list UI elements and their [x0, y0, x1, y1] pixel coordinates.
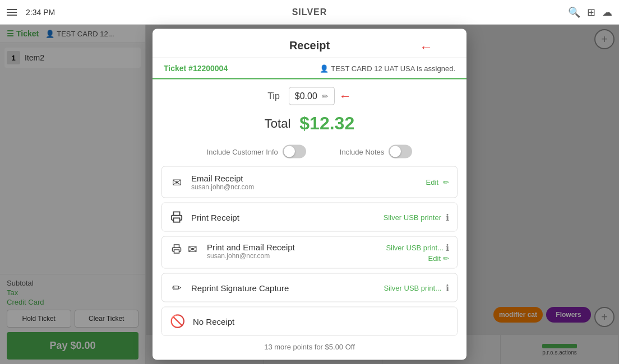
- include-customer-label: Include Customer Info: [207, 147, 278, 156]
- print-email-title: Print and Email Receipt: [207, 242, 378, 252]
- print-info-icon[interactable]: ℹ: [446, 212, 449, 222]
- cloud-icon: ☁: [602, 6, 612, 18]
- main-content: ☰ Ticket 👤 TEST CARD 12... 1 Item2 Subto…: [0, 25, 619, 364]
- include-notes-toggle[interactable]: [389, 145, 412, 158]
- reprint-printer-label: Silver USB print...: [384, 283, 441, 292]
- print-email-printer-row: Silver USB print... ℹ: [386, 242, 449, 253]
- tip-edit-icon[interactable]: ✏: [322, 92, 329, 101]
- email-icon: ✉: [170, 175, 183, 189]
- print-receipt-option[interactable]: Print Receipt Silver USB printer ℹ: [161, 203, 458, 232]
- email-receipt-title: Email Receipt: [191, 174, 418, 183]
- title-arrow: ←: [419, 39, 433, 55]
- email-edit-label: Edit: [426, 178, 438, 186]
- grid-icon[interactable]: ⊞: [587, 6, 595, 18]
- reprint-text: Reprint Signature Capture: [191, 283, 376, 292]
- print-receipt-text: Print Receipt: [191, 212, 376, 222]
- reprint-title: Reprint Signature Capture: [191, 283, 376, 292]
- no-receipt-text: No Receipt: [193, 316, 449, 326]
- include-notes-toggle-item: Include Notes: [340, 145, 413, 158]
- print-email-info-icon[interactable]: ℹ: [446, 242, 449, 253]
- include-notes-label: Include Notes: [340, 147, 385, 156]
- print-email-icons: ✉: [170, 242, 199, 256]
- app-logo: SILVER: [292, 7, 327, 17]
- search-icon[interactable]: 🔍: [568, 6, 580, 18]
- total-amount: $12.32: [299, 113, 354, 134]
- current-time: 2:34 PM: [26, 8, 55, 17]
- no-receipt-title: No Receipt: [193, 316, 449, 326]
- tip-row: Tip $0.00 ✏ ←: [153, 80, 466, 109]
- email-receipt-option[interactable]: ✉ Email Receipt susan.john@ncr.com Edit …: [161, 166, 458, 198]
- print-email-right: Silver USB print... ℹ Edit ✏: [386, 242, 449, 263]
- print-email-printer-label: Silver USB print...: [386, 244, 444, 252]
- ticket-number: Ticket #12200004: [164, 64, 228, 73]
- receipt-modal: Receipt ← Ticket #12200004 👤 TEST CARD 1…: [153, 29, 466, 360]
- reprint-right: Silver USB print... ℹ: [384, 282, 449, 293]
- modal-title: Receipt: [289, 39, 330, 52]
- person-icon: 👤: [320, 64, 329, 72]
- email-receipt-text: Email Receipt susan.john@ncr.com: [191, 174, 418, 191]
- total-row: Total $12.32: [153, 109, 466, 142]
- print-email-print-icon: [170, 242, 183, 256]
- tip-value: $0.00: [295, 91, 317, 101]
- print-printer-label: Silver USB printer: [384, 213, 441, 221]
- email-edit-icon[interactable]: ✏: [443, 178, 449, 186]
- svg-rect-0: [174, 218, 180, 222]
- no-receipt-icon: 🚫: [170, 314, 185, 329]
- tip-arrow: ←: [339, 89, 352, 104]
- print-email-edit-row: Edit ✏: [428, 254, 449, 263]
- tip-input[interactable]: $0.00 ✏: [289, 87, 335, 105]
- points-text: 13 more points for $5.00 Off: [264, 343, 355, 351]
- print-icon: [170, 211, 183, 223]
- modal-header: Receipt ←: [153, 29, 466, 58]
- reprint-signature-option[interactable]: ✏ Reprint Signature Capture Silver USB p…: [161, 273, 458, 302]
- reprint-info-icon[interactable]: ℹ: [446, 282, 449, 293]
- toggles-row: Include Customer Info Include Notes: [153, 142, 466, 166]
- include-customer-toggle[interactable]: [283, 145, 306, 158]
- email-receipt-subtitle: susan.john@ncr.com: [191, 183, 418, 191]
- ticket-info-row: Ticket #12200004 👤 TEST CARD 12 UAT USA …: [153, 58, 466, 80]
- ticket-assigned: 👤 TEST CARD 12 UAT USA is assigned.: [320, 64, 455, 72]
- hamburger-menu[interactable]: [7, 9, 17, 16]
- include-customer-toggle-item: Include Customer Info: [207, 145, 306, 158]
- signature-icon: ✏: [170, 281, 183, 295]
- print-receipt-right: Silver USB printer ℹ: [384, 212, 449, 222]
- no-receipt-option[interactable]: 🚫 No Receipt: [161, 307, 458, 336]
- top-bar: 2:34 PM SILVER 🔍 ⊞ ☁: [0, 0, 619, 25]
- total-label: Total: [265, 116, 290, 130]
- print-receipt-title: Print Receipt: [191, 212, 376, 222]
- points-bar: 13 more points for $5.00 Off: [153, 336, 466, 360]
- assigned-text: TEST CARD 12 UAT USA is assigned.: [331, 64, 455, 72]
- tip-label: Tip: [267, 91, 280, 101]
- svg-rect-1: [174, 250, 179, 253]
- print-email-receipt-option[interactable]: ✉ Print and Email Receipt susan.john@ncr…: [161, 236, 458, 269]
- receipt-options: ✉ Email Receipt susan.john@ncr.com Edit …: [153, 166, 466, 336]
- email-receipt-right: Edit ✏: [426, 178, 449, 186]
- print-email-text: Print and Email Receipt susan.john@ncr.c…: [207, 242, 378, 260]
- print-email-mail-icon: ✉: [186, 242, 199, 256]
- print-email-edit-label: Edit: [428, 254, 441, 263]
- print-email-edit-icon[interactable]: ✏: [443, 254, 449, 263]
- print-email-subtitle: susan.john@ncr.com: [207, 252, 378, 260]
